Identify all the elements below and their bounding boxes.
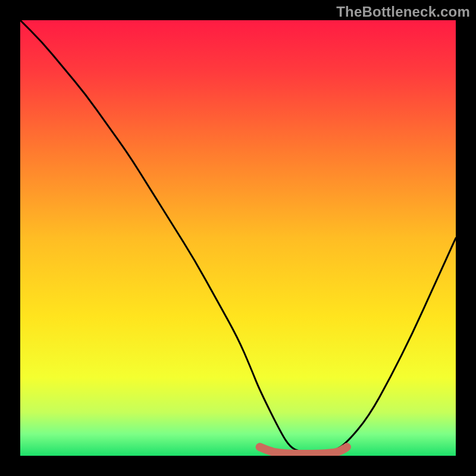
bottleneck-chart <box>20 20 456 456</box>
gradient-background <box>20 20 456 456</box>
chart-frame: TheBottleneck.com <box>0 0 476 476</box>
plot-area <box>20 20 456 456</box>
watermark-label: TheBottleneck.com <box>336 4 470 20</box>
